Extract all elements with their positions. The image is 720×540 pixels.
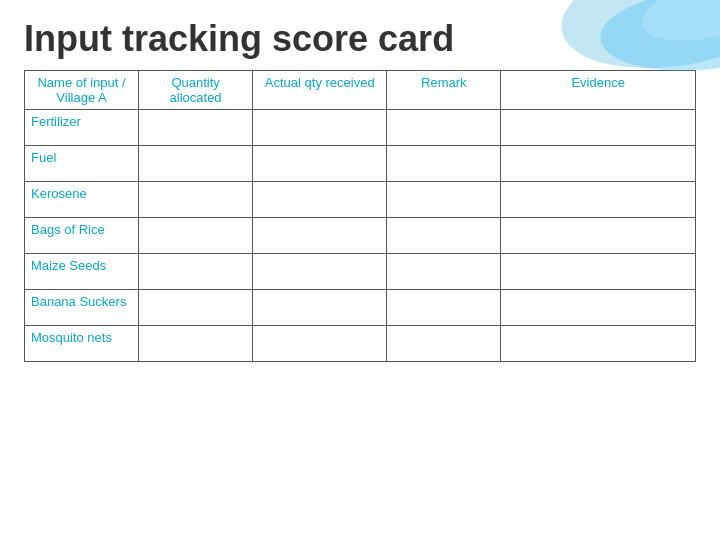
cell-remark-3 (387, 218, 501, 254)
tracking-table: Name of input / Village A Quantity alloc… (24, 70, 696, 362)
header-name: Name of input / Village A (25, 71, 139, 110)
cell-name-2: Kerosene (25, 182, 139, 218)
cell-remark-5 (387, 290, 501, 326)
table-header-row: Name of input / Village A Quantity alloc… (25, 71, 696, 110)
cell-evidence-0 (501, 110, 696, 146)
cell-actual-3 (253, 218, 387, 254)
cell-evidence-6 (501, 326, 696, 362)
cell-remark-6 (387, 326, 501, 362)
cell-remark-1 (387, 146, 501, 182)
table-row: Mosquito nets (25, 326, 696, 362)
cell-quantity-0 (139, 110, 253, 146)
header-quantity: Quantity allocated (139, 71, 253, 110)
cell-quantity-6 (139, 326, 253, 362)
cell-quantity-3 (139, 218, 253, 254)
table-body: FertilizerFuelKeroseneBags of RiceMaize … (25, 110, 696, 362)
table-row: Bags of Rice (25, 218, 696, 254)
table-row: Fuel (25, 146, 696, 182)
cell-quantity-1 (139, 146, 253, 182)
cell-quantity-2 (139, 182, 253, 218)
cell-actual-0 (253, 110, 387, 146)
cell-evidence-1 (501, 146, 696, 182)
cell-actual-2 (253, 182, 387, 218)
page-title: Input tracking score card (0, 0, 720, 70)
table-row: Fertilizer (25, 110, 696, 146)
cell-name-5: Banana Suckers (25, 290, 139, 326)
cell-quantity-4 (139, 254, 253, 290)
cell-remark-2 (387, 182, 501, 218)
cell-evidence-5 (501, 290, 696, 326)
header-evidence: Evidence (501, 71, 696, 110)
cell-actual-1 (253, 146, 387, 182)
cell-actual-4 (253, 254, 387, 290)
table-row: Kerosene (25, 182, 696, 218)
header-remark: Remark (387, 71, 501, 110)
cell-evidence-4 (501, 254, 696, 290)
cell-remark-0 (387, 110, 501, 146)
table-container: Name of input / Village A Quantity alloc… (0, 70, 720, 372)
table-row: Maize Seeds (25, 254, 696, 290)
header-actual: Actual qty received (253, 71, 387, 110)
cell-name-0: Fertilizer (25, 110, 139, 146)
cell-evidence-3 (501, 218, 696, 254)
cell-name-6: Mosquito nets (25, 326, 139, 362)
cell-quantity-5 (139, 290, 253, 326)
cell-name-4: Maize Seeds (25, 254, 139, 290)
cell-evidence-2 (501, 182, 696, 218)
cell-name-3: Bags of Rice (25, 218, 139, 254)
cell-name-1: Fuel (25, 146, 139, 182)
cell-actual-5 (253, 290, 387, 326)
cell-remark-4 (387, 254, 501, 290)
table-row: Banana Suckers (25, 290, 696, 326)
cell-actual-6 (253, 326, 387, 362)
